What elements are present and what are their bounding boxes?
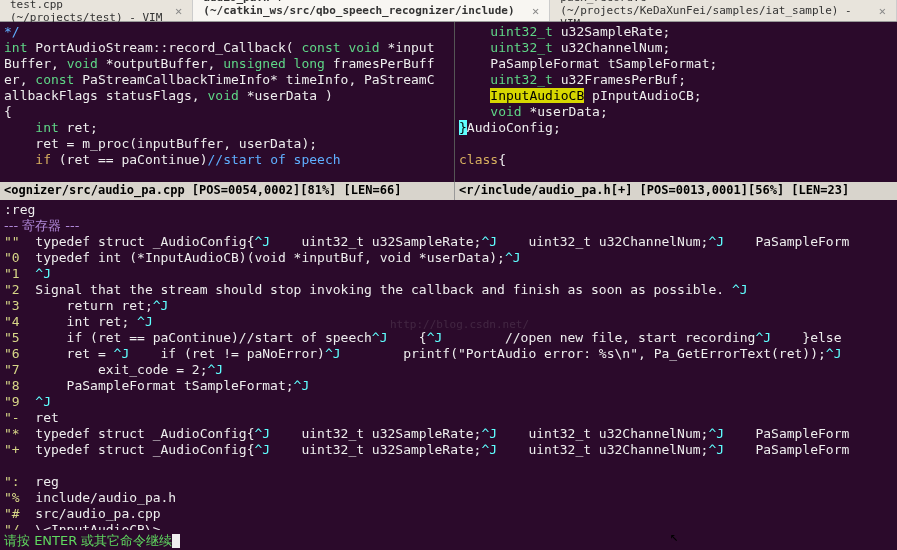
code: unsigned long bbox=[223, 56, 325, 71]
press-enter-prompt[interactable]: 请按 ENTER 或其它命令继续 bbox=[0, 530, 897, 550]
reg-key: "1 bbox=[4, 266, 20, 281]
reg-row: "% include/audio_pa.h bbox=[4, 490, 893, 506]
code: u32ChannelNum; bbox=[553, 40, 670, 55]
code: const bbox=[35, 72, 74, 87]
reg-rows: "" typedef struct _AudioConfig{^J uint32… bbox=[4, 234, 893, 530]
reg-text: src/audio_pa.cpp bbox=[20, 506, 161, 521]
reg-key bbox=[4, 458, 20, 473]
reg-key: "* bbox=[4, 426, 20, 441]
ctrl-j-marker: ^J bbox=[254, 442, 270, 457]
ctrl-j-marker: ^J bbox=[325, 346, 341, 361]
ctrl-j-marker: ^J bbox=[708, 426, 724, 441]
code: pInputAudioCB; bbox=[584, 88, 701, 103]
reg-key: "" bbox=[4, 234, 20, 249]
reg-text: if (ret != paNoError) bbox=[129, 346, 325, 361]
close-icon[interactable]: ✕ bbox=[175, 4, 182, 18]
left-pane[interactable]: */ int PortAudioStream::record_Callback(… bbox=[0, 22, 455, 182]
reg-row: "6 ret = ^J if (ret != paNoError)^J prin… bbox=[4, 346, 893, 362]
reg-row: "+ typedef struct _AudioConfig{^J uint32… bbox=[4, 442, 893, 458]
code bbox=[4, 152, 35, 167]
reg-row: "- ret bbox=[4, 410, 893, 426]
reg-text: typedef int (*InputAudioCB)(void *inputB… bbox=[20, 250, 505, 265]
reg-text: ret = bbox=[20, 346, 114, 361]
reg-command: :reg bbox=[4, 202, 35, 217]
reg-key: "/ bbox=[4, 522, 20, 530]
status-bar: <ognizer/src/audio_pa.cpp [POS=0054,0002… bbox=[0, 182, 897, 200]
code: */ bbox=[4, 24, 20, 39]
reg-text: int ret; bbox=[20, 314, 137, 329]
reg-row: "4 int ret; ^J bbox=[4, 314, 893, 330]
reg-key: "# bbox=[4, 506, 20, 521]
reg-key: ": bbox=[4, 474, 20, 489]
code: er, bbox=[4, 72, 35, 87]
tab-bar: test.cpp (~/projects/test) - VIM ✕ audio… bbox=[0, 0, 897, 22]
reg-text: uint32_t u32SampleRate; bbox=[270, 426, 481, 441]
ctrl-j-marker: ^J bbox=[427, 330, 443, 345]
reg-key: "+ bbox=[4, 442, 20, 457]
code: ret = m_proc(inputBuffer, userData); bbox=[4, 136, 317, 151]
reg-text: include/audio_pa.h bbox=[20, 490, 177, 505]
reg-key: "9 bbox=[4, 394, 20, 409]
reg-text: uint32_t u32ChannelNum; bbox=[497, 442, 708, 457]
code bbox=[459, 24, 490, 39]
status-right-file: <r/include/audio_pa.h[+] [POS=0013,0001]… bbox=[455, 182, 897, 200]
code: { bbox=[498, 152, 506, 167]
reg-text bbox=[20, 394, 36, 409]
reg-text: reg bbox=[20, 474, 59, 489]
tab-paex-record[interactable]: paex_record.c (~/projects/KeDaXunFei/sam… bbox=[550, 0, 897, 21]
reg-text: uint32_t u32ChannelNum; bbox=[497, 234, 708, 249]
ctrl-j-marker: ^J bbox=[35, 394, 51, 409]
close-icon[interactable]: ✕ bbox=[879, 4, 886, 18]
reg-text: Signal that the stream should stop invok… bbox=[20, 282, 732, 297]
code: void bbox=[341, 40, 380, 55]
tab-test-cpp[interactable]: test.cpp (~/projects/test) - VIM ✕ bbox=[0, 0, 193, 21]
reg-text: typedef struct _AudioConfig{ bbox=[20, 234, 255, 249]
code: const bbox=[301, 40, 340, 55]
tab-label: test.cpp (~/projects/test) - VIM bbox=[10, 0, 171, 24]
ctrl-j-marker: ^J bbox=[254, 234, 270, 249]
reg-text: uint32_t u32ChannelNum; bbox=[497, 426, 708, 441]
reg-row bbox=[4, 458, 893, 474]
code: if bbox=[35, 152, 51, 167]
ctrl-j-marker: ^J bbox=[294, 378, 310, 393]
code bbox=[459, 88, 490, 103]
reg-text: PaSampleForm bbox=[724, 426, 849, 441]
reg-text: typedef struct _AudioConfig{ bbox=[20, 442, 255, 457]
tab-audio-pa-h[interactable]: audio_pa.h + (~/catkin_ws/src/qbo_speech… bbox=[193, 0, 550, 21]
ctrl-j-marker: ^J bbox=[137, 314, 153, 329]
code: u32SampleRate; bbox=[553, 24, 670, 39]
reg-row: "8 PaSampleFormat tSampleFormat;^J bbox=[4, 378, 893, 394]
reg-key: "5 bbox=[4, 330, 20, 345]
reg-header: --- 寄存器 --- bbox=[4, 218, 79, 233]
reg-row: "5 if (ret == paContinue)//start of spee… bbox=[4, 330, 893, 346]
right-pane[interactable]: uint32_t u32SampleRate; uint32_t u32Chan… bbox=[455, 22, 897, 182]
code: uint32_t bbox=[490, 24, 553, 39]
cursor-icon bbox=[172, 534, 180, 548]
status-left-file: <ognizer/src/audio_pa.cpp [POS=0054,0002… bbox=[0, 182, 455, 200]
ctrl-j-marker: ^J bbox=[481, 426, 497, 441]
reg-row: "# src/audio_pa.cpp bbox=[4, 506, 893, 522]
reg-text: ret bbox=[20, 410, 59, 425]
code: void bbox=[67, 56, 98, 71]
reg-row: "* typedef struct _AudioConfig{^J uint32… bbox=[4, 426, 893, 442]
code: *outputBuffer, bbox=[98, 56, 223, 71]
code: int bbox=[35, 120, 58, 135]
code: u32FramesPerBuf; bbox=[553, 72, 686, 87]
ctrl-j-marker: ^J bbox=[35, 266, 51, 281]
reg-row: "9 ^J bbox=[4, 394, 893, 410]
mouse-cursor-icon: ↖ bbox=[670, 528, 678, 544]
close-icon[interactable]: ✕ bbox=[532, 4, 539, 18]
reg-key: "- bbox=[4, 410, 20, 425]
ctrl-j-marker: ^J bbox=[708, 234, 724, 249]
code: allbackFlags statusFlags, bbox=[4, 88, 208, 103]
reg-text: printf("PortAudio error: %s\n", Pa_GetEr… bbox=[341, 346, 826, 361]
reg-row: "7 exit_code = 2;^J bbox=[4, 362, 893, 378]
code: void bbox=[490, 104, 521, 119]
ctrl-j-marker: ^J bbox=[254, 426, 270, 441]
ctrl-j-marker: ^J bbox=[755, 330, 771, 345]
ctrl-j-marker: ^J bbox=[208, 362, 224, 377]
code: //start of speech bbox=[208, 152, 341, 167]
reg-key: "% bbox=[4, 490, 20, 505]
reg-text: exit_code = 2; bbox=[20, 362, 208, 377]
ctrl-j-marker: ^J bbox=[114, 346, 130, 361]
